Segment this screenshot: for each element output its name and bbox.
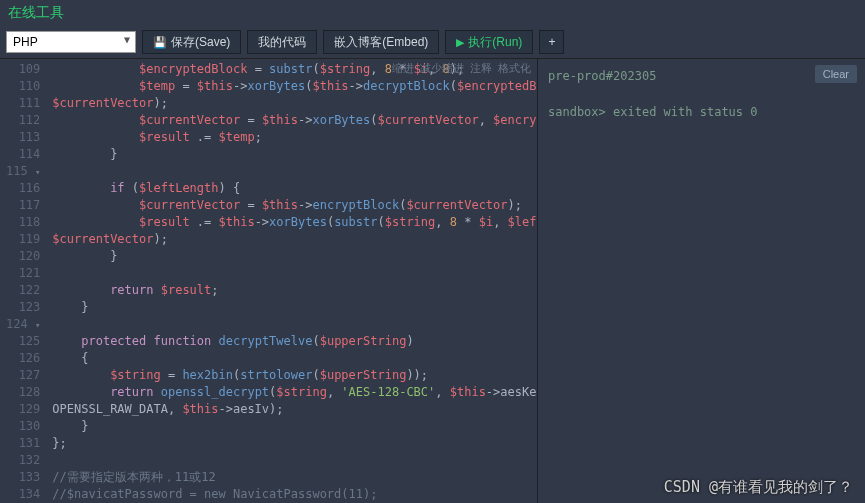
- format-button[interactable]: 格式化: [498, 61, 531, 76]
- embed-button[interactable]: 嵌入博客(Embed): [323, 30, 439, 54]
- comment-button[interactable]: 注释: [470, 61, 492, 76]
- mycode-button-label: 我的代码: [258, 34, 306, 51]
- main-area: 缩进 减少缩进 注释 格式化 109110111112113114115 ▾11…: [0, 59, 865, 503]
- save-icon: 💾: [153, 36, 167, 49]
- save-button[interactable]: 💾 保存(Save): [142, 30, 241, 54]
- run-button-label: 执行(Run): [468, 34, 522, 51]
- editor-mini-toolbar: 缩进 减少缩进 注释 格式化: [386, 59, 537, 78]
- page-title: 在线工具: [0, 0, 865, 26]
- code-content[interactable]: $encryptedBlock = substr($string, 8 * $i…: [48, 59, 537, 503]
- save-button-label: 保存(Save): [171, 34, 230, 51]
- output-text: pre-prod#202305 sandbox> exited with sta…: [548, 67, 855, 121]
- clear-button[interactable]: Clear: [815, 65, 857, 83]
- line-gutter: 109110111112113114115 ▾11611711811912012…: [0, 59, 48, 503]
- run-button[interactable]: ▶ 执行(Run): [445, 30, 533, 54]
- plus-icon: +: [548, 35, 555, 49]
- output-panel: Clear pre-prod#202305 sandbox> exited wi…: [537, 59, 865, 503]
- add-button[interactable]: +: [539, 30, 564, 54]
- embed-button-label: 嵌入博客(Embed): [334, 34, 428, 51]
- watermark: CSDN @有谁看见我的剑了？: [664, 478, 853, 497]
- mycode-button[interactable]: 我的代码: [247, 30, 317, 54]
- outdent-button[interactable]: 减少缩进: [420, 61, 464, 76]
- code-editor[interactable]: 缩进 减少缩进 注释 格式化 109110111112113114115 ▾11…: [0, 59, 537, 503]
- main-toolbar: PHP 💾 保存(Save) 我的代码 嵌入博客(Embed) ▶ 执行(Run…: [0, 26, 865, 59]
- play-icon: ▶: [456, 36, 464, 49]
- language-select-wrap[interactable]: PHP: [6, 31, 136, 53]
- language-select[interactable]: PHP: [6, 31, 136, 53]
- indent-button[interactable]: 缩进: [392, 61, 414, 76]
